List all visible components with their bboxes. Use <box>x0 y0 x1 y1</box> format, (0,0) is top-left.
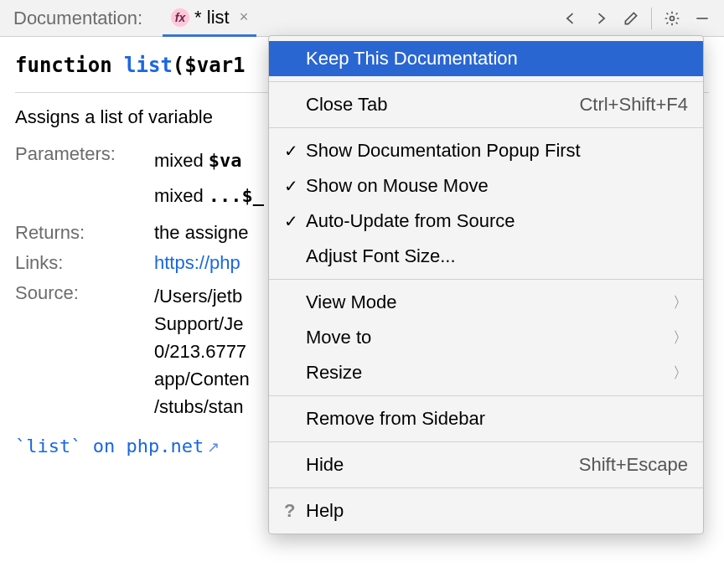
menu-label: Show on Mouse Move <box>306 175 489 197</box>
menu-close-tab[interactable]: ✓ Close Tab Ctrl+Shift+F4 <box>269 87 703 122</box>
keyword: function <box>15 54 112 77</box>
menu-move-to[interactable]: ✓ Move to 〉 <box>269 320 703 355</box>
chevron-right-icon: 〉 <box>673 363 688 383</box>
menu-resize[interactable]: ✓ Resize 〉 <box>269 355 703 390</box>
menu-shortcut: Ctrl+Shift+F4 <box>579 94 688 116</box>
help-icon: ? <box>284 500 306 522</box>
forward-icon[interactable] <box>589 7 613 30</box>
menu-shortcut: Shift+Escape <box>579 454 688 476</box>
menu-label: Auto-Update from Source <box>306 210 515 232</box>
external-link-icon: ↗ <box>207 439 220 456</box>
separator <box>651 8 652 29</box>
menu-label: Remove from Sidebar <box>306 408 485 430</box>
links-label: Links: <box>15 252 149 274</box>
check-icon: ✓ <box>284 141 306 161</box>
menu-label: Keep This Documentation <box>306 48 518 70</box>
context-menu: ✓ Keep This Documentation ✓ Close Tab Ct… <box>268 35 704 534</box>
menu-label: Adjust Font Size... <box>306 245 456 267</box>
documentation-header: Documentation: fx * list × <box>0 0 724 37</box>
menu-keep-documentation[interactable]: ✓ Keep This Documentation <box>269 41 703 76</box>
param2-name: ...$_ <box>209 185 264 206</box>
args-open: ( <box>173 54 184 77</box>
menu-adjust-font-size[interactable]: ✓ Adjust Font Size... <box>269 239 703 274</box>
menu-view-mode[interactable]: ✓ View Mode 〉 <box>269 285 703 320</box>
parameters-label: Parameters: <box>15 143 149 214</box>
close-tab-icon[interactable]: × <box>240 8 249 26</box>
tab-label: * list <box>194 7 230 28</box>
check-icon: ✓ <box>284 176 306 196</box>
menu-label: Show Documentation Popup First <box>306 140 581 162</box>
menu-remove-from-sidebar[interactable]: ✓ Remove from Sidebar <box>269 401 703 436</box>
param1-name: $va <box>209 150 242 171</box>
back-icon[interactable] <box>559 7 582 30</box>
function-name: list <box>124 54 173 77</box>
gear-icon[interactable] <box>660 7 684 30</box>
menu-label: Resize <box>306 362 362 384</box>
chevron-right-icon: 〉 <box>673 292 688 312</box>
menu-separator <box>269 441 703 442</box>
returns-label: Returns: <box>15 222 149 244</box>
check-icon: ✓ <box>284 211 306 231</box>
minimize-icon[interactable] <box>690 7 714 30</box>
doc-link[interactable]: https://php <box>154 252 240 273</box>
svg-point-0 <box>670 16 675 20</box>
tab-list[interactable]: fx * list × <box>163 0 256 37</box>
menu-separator <box>269 81 703 82</box>
menu-label: View Mode <box>306 291 396 313</box>
menu-auto-update[interactable]: ✓ Auto-Update from Source <box>269 204 703 239</box>
panel-title: Documentation: <box>7 8 142 29</box>
arg1: $var1 <box>184 54 245 77</box>
menu-separator <box>269 487 703 488</box>
function-icon: fx <box>171 8 189 27</box>
menu-show-on-mouse-move[interactable]: ✓ Show on Mouse Move <box>269 168 703 204</box>
source-label: Source: <box>15 282 149 420</box>
menu-help[interactable]: ? Help <box>269 493 703 529</box>
menu-label: Close Tab <box>306 94 387 116</box>
edit-icon[interactable] <box>619 7 643 30</box>
menu-show-popup-first[interactable]: ✓ Show Documentation Popup First <box>269 133 703 168</box>
chevron-right-icon: 〉 <box>673 328 688 348</box>
external-link-text: `list` on php.net <box>15 436 204 456</box>
menu-separator <box>269 395 703 396</box>
menu-label: Help <box>306 500 344 522</box>
menu-hide[interactable]: ✓ Hide Shift+Escape <box>269 447 703 482</box>
menu-label: Move to <box>306 327 371 348</box>
param2-type: mixed <box>154 185 204 206</box>
menu-separator <box>269 127 703 128</box>
menu-separator <box>269 279 703 280</box>
menu-label: Hide <box>306 454 344 476</box>
param1-type: mixed <box>154 150 204 171</box>
